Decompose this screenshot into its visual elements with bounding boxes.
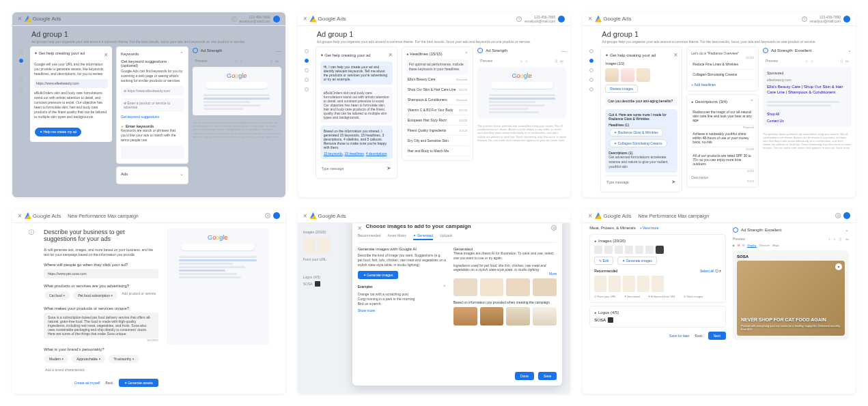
save-later-button[interactable]: Save for later [669, 332, 690, 340]
help-icon[interactable]: ? [516, 16, 522, 22]
url-field[interactable]: https://www.ellesbeauty.com [34, 79, 108, 88]
chat-input[interactable]: ➤ [605, 175, 677, 188]
close-icon[interactable]: × [18, 212, 22, 220]
cat-image[interactable] [533, 307, 557, 325]
headline-item[interactable]: Vitamin C & B3 For Your Body26/120 [406, 105, 469, 115]
send-icon[interactable]: ➤ [671, 179, 676, 185]
topbar: × Google Ads ? 123-456-7890emailyou@mail… [12, 12, 285, 26]
save-button[interactable]: Save [538, 372, 557, 380]
headline-item[interactable]: Finest Quality Ingredients26/120 [406, 126, 469, 136]
help-icon[interactable]: ? [232, 16, 237, 22]
chat-panel: ✦ Get help creating your ad× Images (1/2… [600, 46, 682, 192]
close-icon[interactable]: × [389, 51, 393, 59]
panel-2-headlines: × Google Ads ?123-456-7890emailyou@mail.… [298, 12, 571, 197]
keywords-textarea[interactable] [121, 145, 184, 159]
prev-icon[interactable]: ‹ [236, 59, 237, 63]
user-msg: Can you describe your anti-aging benefit… [605, 96, 677, 106]
close-icon[interactable]: × [104, 50, 108, 60]
tab-library[interactable]: Asset library [388, 233, 407, 240]
done-button[interactable]: Done [515, 372, 534, 380]
headline-item[interactable]: Shampoos & ConditionersRequired [406, 95, 469, 105]
headlines-card: ⬥ Headlines (15/15)⌃ For optimal ad perf… [402, 46, 474, 161]
title-bar: Ad group 1 Ad groups help you organize y… [12, 26, 285, 46]
view-more-link[interactable]: + View more [640, 226, 659, 230]
page-heading: Describe your business to get suggestion… [44, 229, 158, 242]
tab-generated[interactable]: ✦ Generated [413, 233, 433, 240]
ads-card[interactable]: Ads⌄ [116, 166, 188, 184]
cat-image[interactable] [506, 307, 530, 325]
next-icon[interactable]: › [241, 59, 242, 63]
cat-image[interactable] [453, 307, 477, 325]
step-rail [16, 46, 26, 193]
next-button[interactable]: Next [708, 332, 726, 340]
edit-button[interactable]: ✎ Edit [594, 257, 613, 265]
gen-image[interactable] [533, 278, 557, 297]
close-icon[interactable]: × [303, 15, 307, 23]
panel-6-pmax-preview: ×Google AdsNew Performance Max campaign⚙… [583, 209, 856, 394]
headline-item[interactable]: Ella's Beauty CareRequired [406, 74, 469, 85]
url-answer[interactable]: https://www.pet.sosa.com [44, 269, 158, 278]
assistant-msg: Based on the information you shared, I g… [320, 126, 393, 159]
back-button[interactable]: Back [695, 332, 703, 340]
tab-recommended[interactable]: Recommended [358, 233, 381, 240]
unique-answer[interactable]: Sosa is a subscription-based pet food de… [44, 313, 158, 338]
chip-subscription[interactable]: Pet food subscription × [73, 291, 117, 300]
generate-images-button[interactable]: ✦ Generate images [617, 257, 657, 265]
description-item[interactable]: Rediscover the magic of our all-natural … [691, 107, 754, 126]
product-input[interactable]: ⊕ Enter a product or service to advertis… [121, 98, 184, 112]
tab-display[interactable]: Display [747, 244, 756, 248]
show-more-link[interactable]: Show more [358, 308, 447, 313]
get-suggestions-link[interactable]: Get keyword suggestions [121, 115, 159, 119]
review-images-button[interactable]: Review images [605, 85, 638, 93]
help-creating-ad-panel: ✦ Get help creating your ad× Google will… [30, 46, 112, 142]
tabs: Recommended Asset library ✦ Generated Up… [358, 233, 557, 243]
close-icon[interactable]: × [588, 212, 592, 220]
add-product-input[interactable]: Add product or service [120, 290, 157, 301]
display-ad-preview: SOSA × NEVER SHOP FOR CAT FOOD AGAINPack… [733, 250, 849, 340]
campaign-images-grid [453, 307, 557, 325]
cat-image[interactable] [480, 307, 504, 325]
account-info: 123-456-7890emailyou@mail.com [240, 15, 270, 23]
more-link[interactable]: More [549, 272, 557, 276]
page-title: Ad group 1 [31, 30, 266, 38]
mobile-icon[interactable]: ▯ [270, 59, 272, 63]
close-icon[interactable]: × [18, 15, 22, 23]
tab-uploads[interactable]: Uploads [440, 233, 452, 240]
help-create-ad-button[interactable]: ✦ Help me create my ad [35, 128, 81, 136]
rec-image[interactable] [594, 276, 606, 292]
close-ad-icon[interactable]: × [835, 263, 842, 270]
image-thumb[interactable] [594, 246, 602, 254]
chip-catfood[interactable]: Cat food × [44, 291, 70, 300]
headline-item[interactable]: Hair and Body to Match Me [406, 146, 469, 156]
topbar: × Google Ads ?123-456-7890emailyou@mail.… [298, 12, 571, 26]
gen-image[interactable] [506, 278, 530, 297]
generate-images-button[interactable]: ✦ Generate images [358, 271, 399, 279]
url-input[interactable]: ⊕ https://www.ellesbeauty.com [121, 86, 184, 96]
headline-item[interactable]: Dry Oily and Sensitive Skin [406, 136, 469, 146]
image-picker-modal: ×Choose images to add to your campaign⚙ … [352, 218, 563, 386]
chat-input[interactable]: ➤ [320, 162, 393, 174]
chevron-up-icon[interactable]: ⌃ [464, 51, 468, 57]
close-icon[interactable]: × [588, 15, 592, 23]
headline-item[interactable]: Shop Our Skin & Hair Care Line26/120 [406, 85, 469, 95]
send-icon[interactable]: ➤ [387, 165, 391, 171]
headline-item[interactable]: European Hair Styly Razz26/120 [406, 115, 469, 126]
chevron-up-icon[interactable]: ⌃ [180, 51, 184, 57]
close-icon[interactable]: × [358, 224, 362, 232]
generate-assets-button[interactable]: ✦ Generate assets [119, 379, 158, 387]
add-headlines-link[interactable]: + Add headlines [691, 83, 716, 87]
gen-image[interactable] [453, 278, 477, 297]
chat-panel: ✦ Get help creating your ad× Hi, I can h… [316, 46, 397, 179]
panel-4-pmax-describe: ×Google AdsNew Performance Max campaign⚙… [12, 209, 285, 394]
description-item[interactable]: Achieve a noticeably youthful shine with… [691, 129, 754, 147]
back-button[interactable]: Back [105, 381, 113, 385]
create-myself-button[interactable]: Create ad myself [74, 381, 100, 385]
assistant-msg: Hi, I can help you create your ad and id… [320, 61, 393, 85]
keywords-card: Keywords⌃ Get keyword suggestions (optio… [116, 46, 188, 164]
desktop-icon[interactable]: ▭ [275, 59, 279, 63]
avatar[interactable] [273, 16, 280, 23]
info-icon[interactable]: ⓘ [29, 229, 34, 235]
description-item[interactable]: All of our products are rated SPF 30 to … [691, 151, 754, 169]
avatar[interactable] [558, 16, 565, 23]
gen-image[interactable] [480, 278, 504, 297]
